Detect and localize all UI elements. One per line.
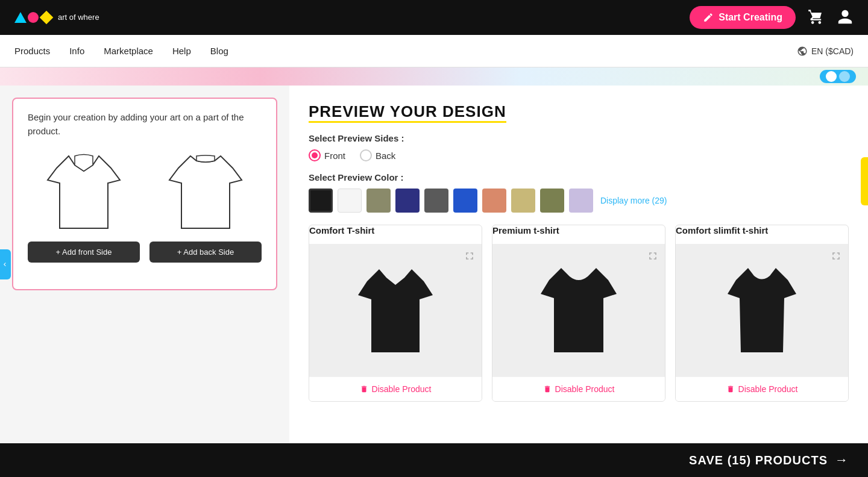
save-products-button[interactable]: SAVE (15) PRODUCTS → [689,452,849,468]
main-content: Begin your creation by adding your art o… [0,86,868,443]
back-radio-button[interactable] [360,149,372,161]
front-side-option[interactable]: Front [309,149,345,161]
front-radio-button[interactable] [309,149,321,161]
product-image-slimfit [676,244,848,376]
right-accent-strip [861,157,868,205]
color-swatch-tan[interactable] [511,189,535,213]
color-swatch-charcoal[interactable] [424,189,448,213]
nav-link-blog[interactable]: Blog [210,46,228,56]
expand-arrows-icon [464,250,476,262]
save-products-label: SAVE (15) PRODUCTS [689,454,828,467]
expand-icon-premium[interactable] [647,250,659,264]
cart-button[interactable] [808,8,825,27]
logo-shapes [14,11,53,24]
pencil-icon [703,12,714,23]
product-card-title-comfort: Comfort T-shirt [309,225,482,244]
add-front-side-button[interactable]: + Add front Side [28,242,140,263]
expand-icon-comfort[interactable] [464,250,476,264]
product-card-premium-tshirt: Premium t-shirt Disable Product [492,225,665,402]
select-sides-label: Select Preview Sides : [309,133,849,143]
color-swatch-white[interactable] [338,189,362,213]
back-tshirt-column: + Add back Side [149,150,262,263]
design-instruction-panel: Begin your creation by adding your art o… [12,98,277,290]
color-swatch-peach[interactable] [482,189,506,213]
front-tshirt-column: + Add front Side [28,150,140,263]
collapse-panel-button[interactable] [0,249,11,279]
product-grid: Comfort T-shirt Disable Product [309,225,849,402]
nav-right-area: Start Creating [690,6,854,29]
nav-link-products[interactable]: Products [14,46,50,56]
trash-icon-slimfit [726,385,735,393]
left-design-panel: Begin your creation by adding your art o… [0,86,289,443]
logo-triangle-icon [14,12,27,23]
toggle-circle-off [839,71,850,82]
product-card-slimfit-tshirt: Comfort slimfit t-shirt Disable Product [675,225,849,402]
cart-icon [808,8,825,25]
display-more-link[interactable]: Display more (29) [600,196,667,205]
color-swatch-royal-blue[interactable] [453,189,477,213]
trash-icon-premium [543,385,552,393]
logo[interactable]: art of where [14,11,99,24]
tshirt-options-row: + Add front Side + Add back Side [28,150,262,263]
product-image-comfort [309,244,482,376]
globe-icon [797,46,808,57]
disable-product-slimfit[interactable]: Disable Product [676,376,848,401]
color-swatch-black[interactable] [309,189,333,213]
account-icon [837,8,854,25]
color-swatch-lavender[interactable] [569,189,593,213]
color-swatch-row: Display more (29) [309,189,849,213]
disable-label-slimfit: Disable Product [738,384,798,394]
back-tshirt-illustration [166,150,245,234]
expand-arrows-icon-slimfit [830,250,842,262]
select-color-label: Select Preview Color : [309,172,849,182]
top-navigation: art of where Start Creating [0,0,868,35]
logo-diamond-icon [40,11,53,24]
preview-title: PREVIEW YOUR DESIGN [309,102,506,121]
product-image-premium-tshirt [539,262,618,358]
start-creating-button[interactable]: Start Creating [690,6,796,29]
back-side-option[interactable]: Back [360,149,395,161]
banner-strip [0,67,868,86]
preview-panel: PREVIEW YOUR DESIGN Select Preview Sides… [289,86,868,443]
brand-name: art of where [58,13,99,22]
product-card-title-slimfit: Comfort slimfit t-shirt [676,225,848,244]
nav-link-info[interactable]: Info [69,46,84,56]
language-selector[interactable]: EN ($CAD) [797,46,854,57]
back-label: Back [376,151,395,161]
front-label: Front [324,151,345,161]
expand-icon-slimfit[interactable] [830,250,842,264]
color-swatch-olive[interactable] [540,189,564,213]
bottom-save-bar: SAVE (15) PRODUCTS → [0,443,868,477]
chevron-left-icon [1,261,8,268]
nav-links: Products Info Marketplace Help Blog [14,46,228,56]
banner-toggle[interactable] [820,70,856,83]
disable-label-premium: Disable Product [555,384,615,394]
product-image-slimfit-tshirt [723,262,801,358]
trash-icon [360,385,368,393]
front-tshirt-illustration [45,150,123,234]
account-button[interactable] [837,8,854,27]
product-image-premium [492,244,665,376]
secondary-navigation: Products Info Marketplace Help Blog EN (… [0,35,868,67]
language-label: EN ($CAD) [811,46,854,56]
nav-link-marketplace[interactable]: Marketplace [104,46,153,56]
color-swatch-navy[interactable] [395,189,420,213]
expand-arrows-icon-premium [647,250,659,262]
disable-product-premium[interactable]: Disable Product [492,376,665,401]
product-image-comfort-tshirt [356,262,435,358]
add-back-side-button[interactable]: + Add back Side [149,242,262,263]
front-radio-inner [312,152,318,158]
product-card-comfort-tshirt: Comfort T-shirt Disable Product [309,225,482,402]
save-arrow-icon: → [835,452,849,468]
logo-circle-icon [28,12,39,23]
product-card-title-premium: Premium t-shirt [492,225,665,244]
side-selector: Front Back [309,149,849,161]
disable-product-comfort[interactable]: Disable Product [309,376,482,401]
nav-link-help[interactable]: Help [172,46,191,56]
color-swatch-khaki[interactable] [366,189,391,213]
toggle-circle-on [826,71,837,82]
instruction-text: Begin your creation by adding your art o… [28,111,262,138]
disable-label-comfort: Disable Product [372,384,432,394]
